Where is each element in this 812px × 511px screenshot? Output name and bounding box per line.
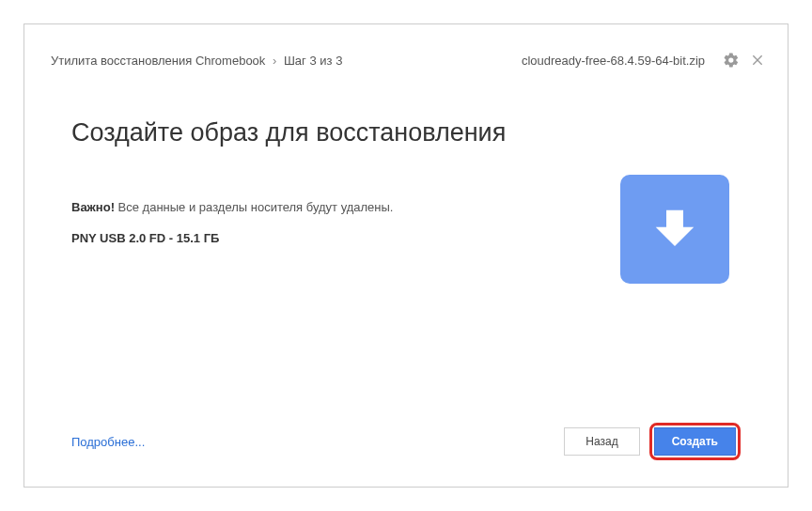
gear-icon[interactable] [718,47,744,73]
text-column: Создайте образ для восстановления Важно!… [71,118,607,396]
create-button-highlight: Создать [649,423,741,460]
warning-text: Важно! Все данные и разделы носителя буд… [71,200,607,214]
more-link[interactable]: Подробнее... [71,435,145,449]
dialog-footer: Подробнее... Назад Создать [24,406,788,487]
filename-label: cloudready-free-68.4.59-64-bit.zip [522,54,705,68]
important-label: Важно! [71,200,115,214]
warning-body: Все данные и разделы носителя будут удал… [115,200,394,214]
breadcrumb: Утилита восстановления Chromebook › Шаг … [51,54,522,68]
download-icon [620,175,729,284]
device-label: PNY USB 2.0 FD - 15.1 ГБ [71,231,607,245]
back-button[interactable]: Назад [564,427,639,456]
app-title: Утилита восстановления Chromebook [51,54,265,68]
close-icon[interactable] [744,47,771,73]
dialog-content: Создайте образ для восстановления Важно!… [24,83,788,406]
recovery-dialog: Утилита восстановления Chromebook › Шаг … [23,23,789,488]
create-button[interactable]: Создать [654,427,736,456]
breadcrumb-separator: › [273,54,276,68]
dialog-header: Утилита восстановления Chromebook › Шаг … [24,24,788,83]
icon-column [607,118,729,396]
step-label: Шаг 3 из 3 [284,54,342,68]
page-title: Создайте образ для восстановления [71,118,607,147]
